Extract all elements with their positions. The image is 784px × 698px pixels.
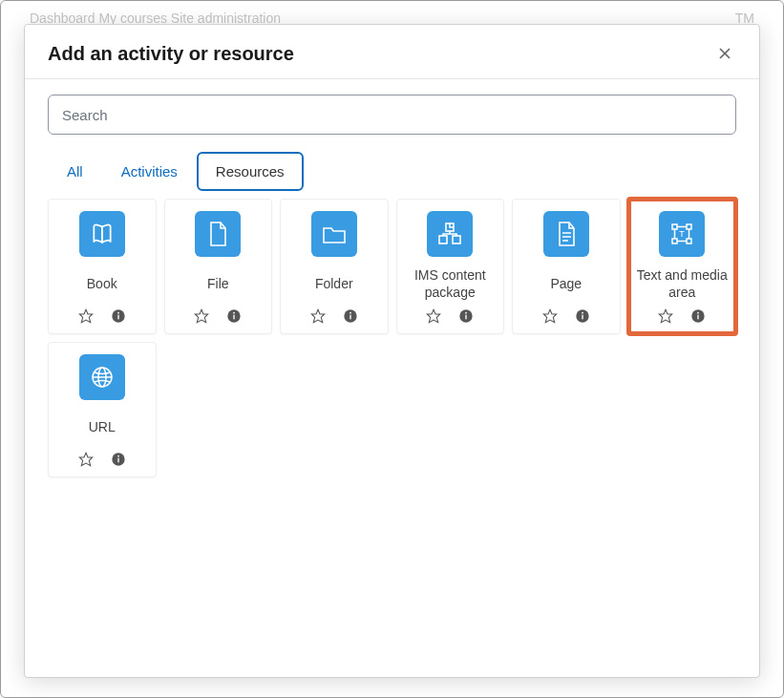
modal-title: Add an activity or resource — [48, 43, 294, 65]
svg-rect-12 — [350, 315, 350, 320]
card-label: Page — [550, 266, 582, 301]
ims-icon — [427, 211, 473, 257]
star-icon[interactable] — [426, 308, 441, 324]
svg-text:T: T — [680, 229, 686, 239]
tab-resources[interactable]: Resources — [197, 152, 304, 191]
card-actions — [542, 308, 590, 324]
star-icon[interactable] — [78, 452, 94, 467]
svg-rect-15 — [439, 236, 447, 243]
resource-card-url[interactable]: URL — [48, 342, 157, 477]
card-actions — [426, 308, 474, 324]
card-actions — [194, 308, 242, 324]
resource-card-page[interactable]: Page — [512, 199, 621, 334]
svg-point-9 — [233, 312, 235, 314]
card-actions — [78, 452, 126, 467]
svg-marker-44 — [79, 454, 92, 466]
modal-header: Add an activity or resource — [25, 25, 759, 79]
tab-all[interactable]: All — [48, 152, 102, 191]
svg-marker-2 — [79, 309, 92, 322]
card-actions — [310, 308, 358, 324]
svg-point-20 — [465, 312, 467, 314]
resource-card-file[interactable]: File — [164, 199, 273, 334]
book-icon — [79, 211, 125, 257]
svg-point-40 — [697, 312, 699, 314]
svg-marker-10 — [311, 309, 324, 322]
activity-chooser-modal: Add an activity or resource All Activiti… — [24, 24, 760, 678]
info-icon[interactable] — [343, 308, 358, 324]
svg-point-47 — [117, 455, 119, 457]
modal-body: All Activities Resources Book — [25, 79, 759, 677]
card-label: URL — [89, 410, 116, 444]
card-label: Text and media area — [635, 266, 731, 301]
svg-rect-16 — [453, 236, 460, 243]
close-button[interactable] — [713, 42, 736, 65]
svg-marker-24 — [543, 309, 556, 322]
info-icon[interactable] — [575, 308, 590, 324]
svg-rect-39 — [698, 315, 699, 320]
card-label: Book — [87, 266, 117, 301]
svg-marker-37 — [660, 310, 672, 323]
tab-bar: All Activities Resources — [48, 152, 736, 191]
resource-card-folder[interactable]: Folder — [280, 199, 389, 334]
card-label: Folder — [315, 266, 353, 301]
star-icon[interactable] — [78, 308, 94, 324]
text-media-icon: T — [659, 211, 705, 257]
svg-point-27 — [582, 312, 583, 314]
svg-rect-29 — [687, 224, 691, 229]
svg-rect-8 — [234, 315, 235, 320]
resource-card-book[interactable]: Book — [48, 199, 157, 334]
star-icon[interactable] — [542, 308, 558, 324]
folder-icon — [311, 211, 357, 257]
svg-marker-17 — [428, 310, 440, 323]
svg-rect-4 — [117, 315, 118, 320]
card-actions — [658, 308, 706, 324]
tab-activities[interactable]: Activities — [102, 152, 197, 191]
file-icon — [195, 211, 241, 257]
close-icon — [717, 46, 732, 61]
star-icon[interactable] — [310, 308, 326, 324]
svg-rect-19 — [466, 315, 467, 320]
page-icon — [543, 211, 589, 257]
svg-rect-26 — [582, 315, 583, 320]
card-actions — [78, 308, 126, 324]
resource-card-text-media[interactable]: T Text and media area — [628, 199, 737, 334]
info-icon[interactable] — [111, 308, 126, 324]
svg-point-13 — [350, 312, 351, 314]
resource-card-ims[interactable]: IMS content package — [396, 199, 505, 334]
svg-point-5 — [117, 312, 119, 314]
search-input[interactable] — [48, 95, 736, 135]
card-label: File — [207, 266, 229, 301]
info-icon[interactable] — [690, 308, 706, 324]
svg-marker-6 — [196, 309, 208, 322]
svg-rect-31 — [687, 239, 691, 243]
card-label: IMS content package — [403, 266, 498, 301]
svg-rect-28 — [672, 224, 677, 229]
globe-icon — [79, 354, 125, 400]
resource-grid: Book — [48, 199, 736, 477]
star-icon[interactable] — [194, 308, 209, 324]
info-icon[interactable] — [226, 308, 242, 324]
info-icon[interactable] — [458, 308, 474, 324]
svg-rect-46 — [117, 458, 118, 463]
svg-rect-30 — [672, 239, 677, 243]
star-icon[interactable] — [658, 308, 673, 324]
info-icon[interactable] — [111, 452, 126, 467]
